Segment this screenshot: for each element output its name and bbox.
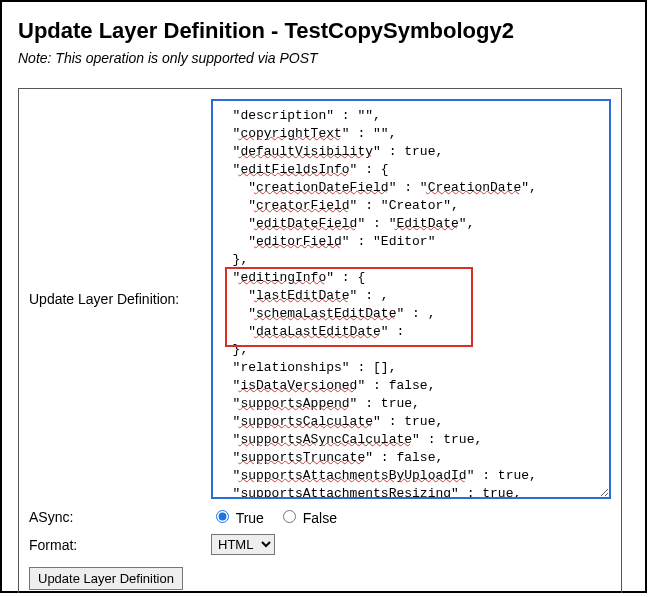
page-container: Update Layer Definition - TestCopySymbol… — [0, 0, 647, 593]
format-select[interactable]: HTML — [211, 534, 275, 555]
submit-button[interactable]: Update Layer Definition — [29, 567, 183, 590]
page-title: Update Layer Definition - TestCopySymbol… — [18, 18, 629, 44]
label-format: Format: — [29, 537, 211, 553]
async-radio-group: True False — [211, 507, 347, 526]
async-false-option[interactable]: False — [278, 510, 337, 526]
definition-wrap: "description" : "", "copyrightText" : ""… — [211, 99, 611, 499]
async-false-label: False — [303, 510, 337, 526]
label-async: ASync: — [29, 509, 211, 525]
form-panel: Update Layer Definition: "description" :… — [18, 88, 622, 593]
async-false-radio[interactable] — [283, 510, 296, 523]
row-async: ASync: True False — [29, 507, 611, 526]
page-note: Note: This operation is only supported v… — [18, 50, 629, 66]
async-true-label: True — [236, 510, 264, 526]
async-true-radio[interactable] — [216, 510, 229, 523]
label-definition: Update Layer Definition: — [29, 291, 211, 307]
async-true-option[interactable]: True — [211, 510, 268, 526]
layer-definition-textarea[interactable] — [211, 99, 611, 499]
row-format: Format: HTML — [29, 534, 611, 555]
row-definition: Update Layer Definition: "description" :… — [29, 99, 611, 499]
